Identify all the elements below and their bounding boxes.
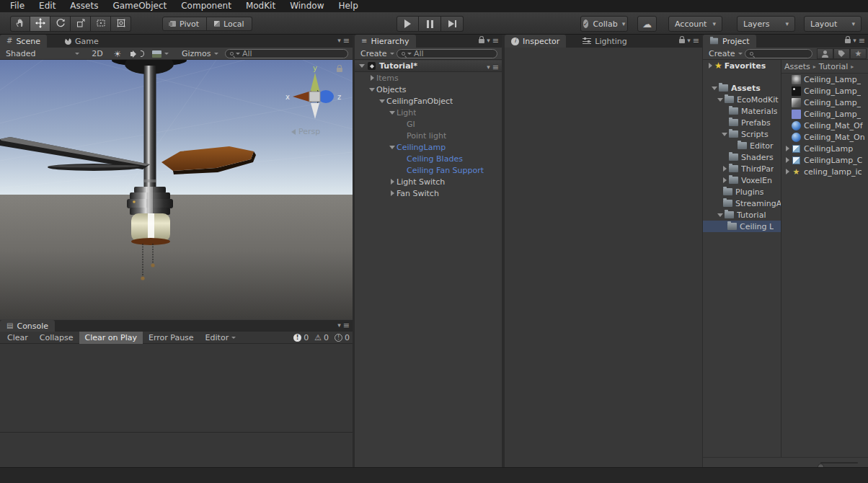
tree-item-favorites[interactable]: ★ Favorites	[703, 60, 781, 71]
foldout-open-icon[interactable]	[716, 98, 725, 102]
tab-hierarchy[interactable]: ≡ Hierarchy	[355, 35, 416, 48]
layers-dropdown[interactable]: Layers ▾	[737, 16, 795, 32]
foldout-open-icon[interactable]	[716, 213, 725, 217]
hierarchy-item-ceiling-blades[interactable]: Ceiling Blades	[355, 153, 502, 164]
hand-tool-button[interactable]	[10, 16, 30, 32]
scene-effects-dropdown[interactable]	[149, 49, 172, 58]
tree-item-editor[interactable]: Editor	[703, 140, 781, 151]
layout-dropdown[interactable]: Layout ▾	[804, 16, 862, 32]
tab-scene[interactable]: # Scene	[0, 35, 47, 48]
pause-button[interactable]	[419, 16, 441, 32]
hierarchy-item-objects[interactable]: Objects	[355, 84, 502, 95]
scene-audio-toggle[interactable]	[128, 49, 146, 58]
foldout-closed-icon[interactable]	[783, 146, 792, 151]
error-pause-button[interactable]: Error Pause	[143, 332, 200, 344]
tree-item-plugins[interactable]: Plugins	[703, 186, 781, 198]
file-row[interactable]: Ceiling_Lamp_	[781, 85, 868, 97]
hierarchy-item-gi[interactable]: GI	[355, 118, 502, 130]
play-button[interactable]	[397, 16, 419, 32]
2d-toggle-button[interactable]: 2D	[88, 49, 107, 58]
foldout-closed-icon[interactable]	[368, 75, 376, 81]
scene-lighting-toggle[interactable]: ☀	[110, 49, 125, 58]
rect-tool-button[interactable]	[91, 16, 111, 32]
foldout-closed-icon[interactable]	[720, 177, 729, 183]
foldout-open-icon[interactable]	[720, 133, 729, 136]
hierarchy-item-light[interactable]: Light	[355, 107, 502, 118]
warning-count-badge[interactable]: ⚠ 0	[314, 333, 329, 342]
foldout-open-icon[interactable]	[378, 99, 386, 103]
tree-item-tutorial[interactable]: Tutorial	[703, 209, 781, 221]
clear-on-play-button[interactable]: Clear on Play	[79, 332, 143, 344]
search-by-label-button[interactable]	[833, 48, 850, 59]
collapse-button[interactable]: Collapse	[34, 332, 79, 344]
tab-game[interactable]: Game	[58, 35, 105, 48]
file-row[interactable]: ★celing_lamp_ic	[781, 166, 868, 177]
tab-project[interactable]: Project	[703, 35, 756, 48]
rotate-tool-button[interactable]	[50, 16, 71, 32]
foldout-open-icon[interactable]	[710, 87, 719, 90]
hierarchy-search-input[interactable]: All	[397, 49, 497, 58]
foldout-open-icon[interactable]	[388, 146, 397, 149]
tree-item-voxelengine[interactable]: VoxelEn	[703, 174, 781, 186]
tab-console[interactable]: ▤ Console	[0, 320, 55, 332]
foldout-open-icon[interactable]	[388, 111, 397, 115]
foldout-open-icon[interactable]	[358, 64, 366, 68]
project-search-input[interactable]	[745, 49, 812, 58]
tab-lighting[interactable]: Lighting	[576, 35, 633, 48]
thumbnail-zoom-slider[interactable]	[820, 462, 858, 464]
menu-component[interactable]: Component	[174, 0, 239, 12]
scene-header-menu[interactable]: ▾ ≡	[487, 63, 499, 71]
project-panel-menu[interactable]: ▾ ≡	[845, 37, 865, 45]
console-panel-menu[interactable]: ▾ ≡	[337, 322, 350, 329]
tree-item-materials[interactable]: Materials	[703, 105, 781, 117]
tree-item-thirdparty[interactable]: ThirdPar	[703, 163, 781, 174]
menu-assets[interactable]: Assets	[63, 0, 105, 12]
hierarchy-item-items[interactable]: Items	[355, 72, 502, 84]
error-count-badge[interactable]: ! 0	[293, 333, 309, 342]
tree-item-ceiling-lamp-selected[interactable]: Ceiling L	[703, 221, 781, 232]
transform-tool-button[interactable]	[111, 16, 131, 32]
scene-search-input[interactable]: All	[225, 49, 348, 58]
foldout-open-icon[interactable]	[368, 88, 376, 92]
console-log-list[interactable]	[0, 344, 353, 431]
move-tool-button[interactable]	[30, 16, 50, 32]
tree-item-shaders[interactable]: Shaders	[703, 151, 781, 163]
menu-help[interactable]: Help	[331, 0, 365, 12]
tab-inspector[interactable]: i Inspector	[505, 35, 566, 48]
file-row[interactable]: CeilingLamp	[781, 143, 868, 154]
menu-edit[interactable]: Edit	[32, 0, 63, 12]
hierarchy-item-point-light[interactable]: Point light	[355, 130, 502, 141]
foldout-closed-icon[interactable]	[783, 157, 792, 163]
breadcrumb-assets[interactable]: Assets	[784, 62, 810, 71]
editor-dropdown[interactable]: Editor	[200, 332, 242, 344]
shading-mode-dropdown[interactable]: Shaded	[3, 49, 82, 58]
scale-tool-button[interactable]	[71, 16, 91, 32]
step-button[interactable]	[441, 16, 464, 32]
console-detail-pane[interactable]	[0, 432, 353, 467]
collab-dropdown[interactable]: ✓ Collab ▾	[580, 16, 628, 32]
file-row[interactable]: Ceiling_Mat_Of	[781, 120, 868, 131]
file-row[interactable]: Ceiling_Lamp_	[781, 97, 868, 108]
hierarchy-item-ceiling-fan-support[interactable]: Ceiling Fan Support	[355, 164, 502, 176]
create-dropdown[interactable]: Create	[706, 49, 740, 58]
hierarchy-item-ceilinglamp[interactable]: CeilingLamp	[355, 141, 502, 153]
create-dropdown[interactable]: Create	[358, 49, 392, 58]
inspector-panel-menu[interactable]: ▾ ≡	[679, 37, 699, 45]
foldout-closed-icon[interactable]	[388, 179, 397, 185]
info-count-badge[interactable]: ! 0	[335, 333, 350, 342]
breadcrumb-tutorial[interactable]: Tutorial	[819, 62, 848, 71]
tree-item-prefabs[interactable]: Prefabs	[703, 117, 781, 128]
file-row[interactable]: Ceiling_Lamp_	[781, 74, 868, 85]
hierarchy-item-fan-switch[interactable]: Fan Switch	[355, 187, 502, 199]
foldout-closed-icon[interactable]	[720, 166, 729, 172]
scene-gizmo[interactable]: y x z	[284, 64, 346, 126]
scene-header-row[interactable]: Tutorial* ▾ ≡	[355, 61, 502, 72]
file-row[interactable]: Ceiling_Lamp_	[781, 108, 868, 120]
gizmos-dropdown[interactable]: Gizmos	[179, 49, 221, 58]
favorites-filter-button[interactable]: ★	[850, 48, 867, 59]
account-dropdown[interactable]: Account ▾	[668, 16, 722, 32]
scene-panel-menu[interactable]: ▾ ≡	[337, 37, 350, 45]
hierarchy-item-ceilingfanobject[interactable]: CeilingFanObject	[355, 95, 502, 107]
local-button[interactable]: Local	[207, 17, 252, 31]
menu-gameobject[interactable]: GameObject	[105, 0, 174, 12]
